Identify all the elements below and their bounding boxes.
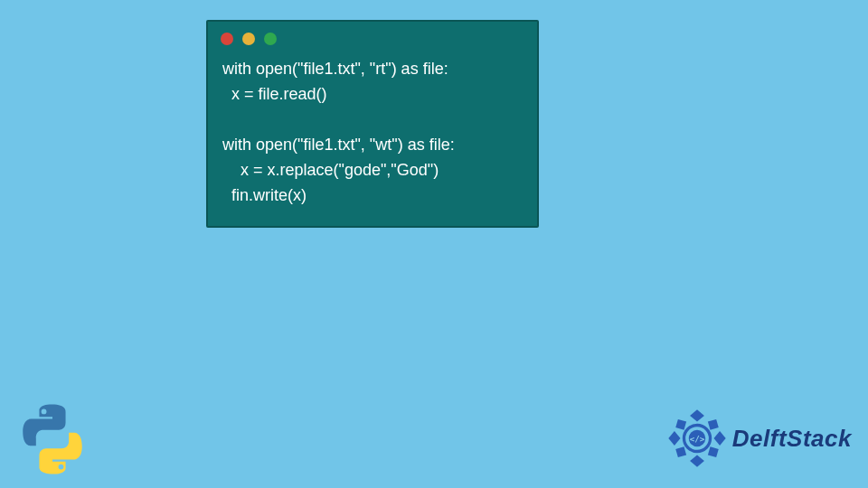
svg-marker-2 — [668, 431, 680, 446]
svg-marker-4 — [675, 419, 686, 430]
minimize-icon — [242, 33, 255, 45]
code-line: with open("file1.txt", "wt") as file: — [222, 136, 455, 154]
svg-marker-7 — [708, 446, 719, 457]
code-block: with open("file1.txt", "rt") as file: x … — [208, 52, 537, 217]
code-line: fin.write(x) — [222, 186, 307, 204]
svg-marker-5 — [708, 419, 719, 430]
code-line: x = file.read() — [222, 85, 327, 103]
python-logo-icon — [16, 403, 89, 475]
maximize-icon — [264, 33, 277, 45]
code-line: x = x.replace("gode","God") — [222, 161, 439, 179]
svg-text:</>: </> — [690, 434, 705, 444]
delftstack-logo-icon: </> — [667, 408, 727, 468]
code-line — [222, 110, 231, 128]
brand: </> DelftStack — [667, 408, 852, 468]
svg-marker-6 — [675, 446, 686, 457]
code-line: with open("file1.txt", "rt") as file: — [222, 60, 448, 78]
svg-marker-0 — [690, 409, 704, 421]
svg-marker-1 — [690, 455, 704, 466]
svg-marker-3 — [713, 431, 725, 446]
brand-name: DelftStack — [732, 425, 852, 453]
close-icon — [221, 33, 233, 45]
window-titlebar — [208, 22, 537, 52]
code-window: with open("file1.txt", "rt") as file: x … — [206, 20, 539, 228]
